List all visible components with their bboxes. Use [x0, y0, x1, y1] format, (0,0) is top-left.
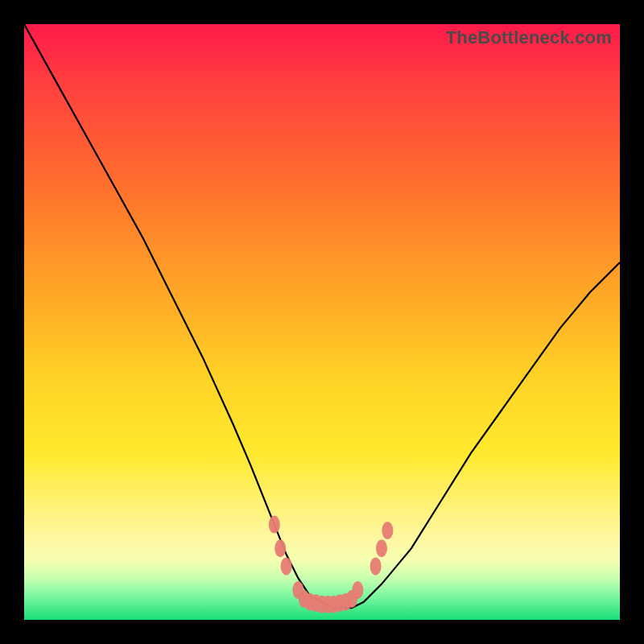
marker-cluster [269, 516, 394, 613]
marker-point [269, 516, 280, 534]
marker-point [370, 557, 382, 575]
chart-frame: TheBottleneck.com [0, 0, 644, 644]
marker-point [281, 557, 292, 575]
marker-point [275, 539, 286, 557]
bottleneck-curve [24, 24, 620, 608]
marker-point [352, 581, 363, 599]
marker-point [382, 522, 393, 539]
marker-point [376, 539, 387, 557]
curve-svg [24, 24, 620, 620]
plot-area: TheBottleneck.com [24, 24, 620, 620]
